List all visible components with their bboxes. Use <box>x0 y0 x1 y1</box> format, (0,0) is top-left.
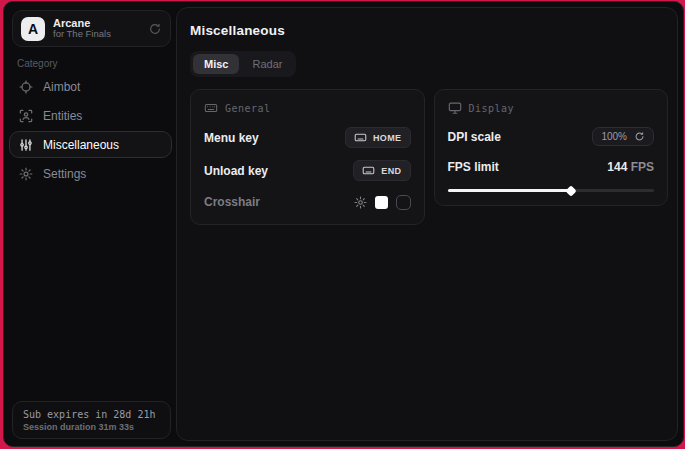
brand-card: A Arcane for The Finals <box>12 10 171 47</box>
session-duration-text: Session duration 31m 33s <box>23 422 160 432</box>
display-card: Display DPI scale 100% FPS limit <box>434 89 669 206</box>
dpi-scale-label: DPI scale <box>448 130 501 144</box>
refresh-icon[interactable] <box>148 22 162 36</box>
fps-limit-unit: FPS <box>631 160 654 174</box>
main-panel: Miscellaneous Misc Radar General <box>176 7 678 441</box>
sidebar-item-label: Entities <box>43 109 82 123</box>
unload-key-value: END <box>381 166 401 176</box>
keyboard-icon <box>362 164 375 177</box>
dpi-scale-row: DPI scale 100% <box>448 127 655 146</box>
page-title: Miscellaneous <box>190 23 668 38</box>
fps-limit-label: FPS limit <box>448 160 499 174</box>
sidebar-item-aimbot[interactable]: Aimbot <box>9 73 172 100</box>
entities-icon <box>19 109 33 123</box>
sub-expiry-text: Sub expires in 28d 21h <box>23 409 160 420</box>
tab-bar: Misc Radar <box>190 51 296 77</box>
display-card-title: Display <box>469 103 515 114</box>
keyboard-icon <box>354 131 367 144</box>
app-window: A Arcane for The Finals Category Aimbot <box>3 1 684 447</box>
menu-key-bind-button[interactable]: HOME <box>345 127 411 148</box>
sidebar-nav: Aimbot Entities Miscel <box>9 73 172 189</box>
unload-key-label: Unload key <box>204 164 268 178</box>
fps-limit-value: 144 <box>607 160 627 174</box>
tab-radar[interactable]: Radar <box>241 54 293 74</box>
dpi-scale-value: 100% <box>601 131 627 142</box>
sidebar-item-label: Aimbot <box>43 80 80 94</box>
keyboard-icon <box>204 101 218 115</box>
sliders-icon <box>19 138 33 152</box>
sidebar-item-label: Settings <box>43 167 86 181</box>
crosshair-checkbox[interactable] <box>396 195 411 210</box>
refresh-icon <box>634 131 645 142</box>
fps-limit-row: FPS limit 144 FPS <box>448 158 655 176</box>
gear-icon <box>19 167 33 181</box>
menu-key-value: HOME <box>373 133 402 143</box>
dpi-scale-select[interactable]: 100% <box>592 127 654 146</box>
crosshair-row: Crosshair <box>204 193 411 211</box>
sidebar-item-settings[interactable]: Settings <box>9 160 172 187</box>
general-card: General Menu key HOME Unload key <box>190 89 425 225</box>
sidebar-item-label: Miscellaneous <box>43 138 119 152</box>
fps-limit-slider[interactable] <box>448 189 655 192</box>
crosshair-color-swatch[interactable] <box>375 196 388 209</box>
tab-misc[interactable]: Misc <box>193 54 239 74</box>
sidebar-item-miscellaneous[interactable]: Miscellaneous <box>9 131 172 158</box>
category-label: Category <box>17 58 58 69</box>
menu-key-row: Menu key HOME <box>204 127 411 148</box>
monitor-icon <box>448 101 462 115</box>
menu-key-label: Menu key <box>204 131 259 145</box>
unload-key-bind-button[interactable]: END <box>353 160 410 181</box>
crosshair-settings-gear-icon[interactable] <box>354 196 367 209</box>
crosshair-label: Crosshair <box>204 195 260 209</box>
subscription-status-card: Sub expires in 28d 21h Session duration … <box>12 401 171 439</box>
unload-key-row: Unload key END <box>204 160 411 181</box>
app-logo: A <box>21 17 45 41</box>
sidebar-item-entities[interactable]: Entities <box>9 102 172 129</box>
sidebar: A Arcane for The Finals Category Aimbot <box>4 2 177 446</box>
crosshair-icon <box>19 80 33 94</box>
app-subtitle: for The Finals <box>53 29 140 40</box>
fps-slider-fill <box>448 189 572 192</box>
fps-slider-thumb[interactable] <box>566 185 577 196</box>
general-card-title: General <box>225 103 271 114</box>
